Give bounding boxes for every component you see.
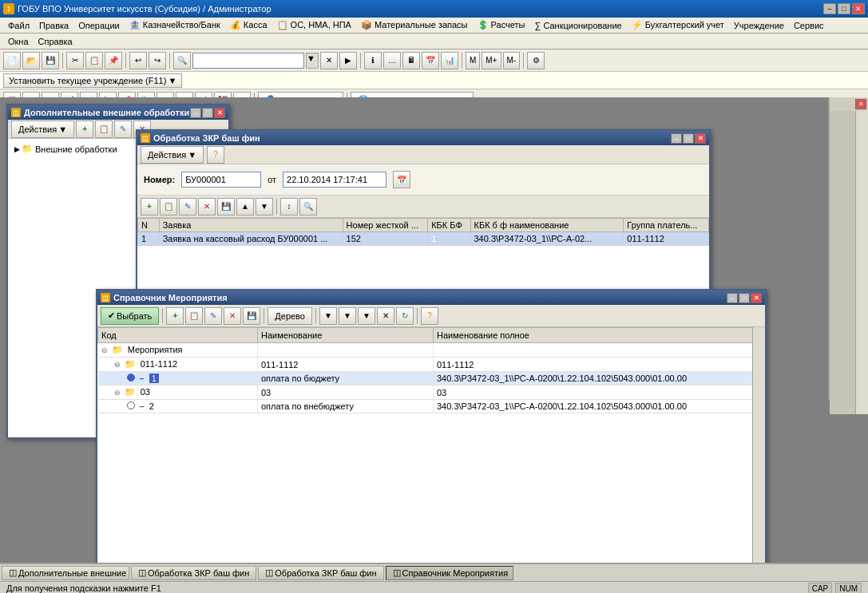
zkr-filter-btn[interactable]: 🔍	[299, 198, 317, 215]
tb-undo[interactable]: ↩	[129, 52, 147, 69]
ref-save-btn[interactable]: 💾	[243, 307, 260, 325]
panel-ext-maximize[interactable]: □	[202, 108, 213, 118]
close-button[interactable]: ✕	[852, 3, 865, 14]
ref-filter1-btn[interactable]: ▼	[319, 307, 337, 325]
zkr-del-btn[interactable]: ✕	[198, 198, 216, 215]
ref-add-btn[interactable]: +	[166, 307, 184, 325]
tb-mplus[interactable]: M+	[482, 52, 501, 69]
nomer-input[interactable]	[181, 172, 261, 188]
search-input[interactable]	[192, 53, 304, 69]
tb-m[interactable]: M	[466, 52, 480, 69]
task-btn-1[interactable]: ◫ Дополнительные внешние ...	[2, 566, 129, 580]
tb-new[interactable]: 📄	[3, 52, 21, 69]
zkr-close[interactable]: ✕	[695, 133, 706, 144]
zkr-maximize[interactable]: □	[683, 133, 694, 144]
edit-button[interactable]: ✎	[114, 121, 132, 138]
ref-minimize[interactable]: –	[727, 293, 738, 303]
table-row[interactable]: 1 Заявка на кассовый расход БУ000001 ...…	[138, 232, 709, 246]
zkr-down-btn[interactable]: ▼	[256, 198, 273, 215]
window-controls[interactable]: – □ ✕	[823, 3, 865, 14]
task-btn-4[interactable]: ◫ Справочник Мероприятия	[386, 566, 513, 580]
tb-cut[interactable]: ✂	[66, 52, 84, 69]
cell-kbk: 1	[428, 232, 470, 246]
menu-treasury[interactable]: 🏦 Казначейство/Банк	[125, 18, 225, 32]
tb-copy[interactable]: 📋	[85, 52, 103, 69]
menu-os[interactable]: 📋 ОС, НМА, НПА	[272, 18, 356, 32]
tb-go[interactable]: ▶	[339, 52, 357, 69]
menu-operations[interactable]: Операции	[73, 19, 124, 32]
zkr-up-btn[interactable]: ▲	[236, 198, 254, 215]
menu-material[interactable]: 📦 Материальные запасы	[356, 18, 473, 32]
minimize-button[interactable]: –	[823, 3, 836, 14]
tb-ellipsis[interactable]: …	[383, 52, 401, 69]
ref-maximize[interactable]: □	[739, 293, 750, 303]
menu-kassa[interactable]: 💰 Касса	[225, 18, 272, 32]
search-dropdown[interactable]: ▼	[306, 53, 319, 69]
zkr-actions-btn[interactable]: Действия ▼	[141, 146, 204, 164]
tb-chart[interactable]: 📊	[441, 52, 458, 69]
tb-redo[interactable]: ↪	[149, 52, 166, 69]
zkr-edit-btn[interactable]: ✎	[179, 198, 196, 215]
menu-edit[interactable]: Правка	[34, 19, 73, 32]
ref-table: Код Наименование Наименование полное ⊖ 📁…	[97, 327, 765, 413]
table-row[interactable]: – 1 оплата по бюджету 340.3\Р3472-03_1\\…	[98, 372, 765, 385]
ref-del-btn[interactable]: ✕	[224, 307, 241, 325]
scrollbar-v[interactable]	[752, 327, 765, 593]
ref-help-btn[interactable]: ?	[421, 307, 438, 325]
task-btn-2[interactable]: ◫ Обработка ЗКР баш фин	[131, 566, 256, 580]
task-btn-3[interactable]: ◫ Обработка ЗКР баш фин	[258, 566, 383, 580]
maximize-button[interactable]: □	[838, 3, 850, 14]
right-panel-close[interactable]: ✕	[855, 99, 866, 109]
menu-raschety[interactable]: 💲 Расчеты	[473, 18, 530, 32]
tb-search[interactable]: 🔍	[173, 52, 191, 69]
zkr-add-btn[interactable]: +	[141, 198, 158, 215]
menu-file[interactable]: Файл	[3, 19, 34, 32]
zkr-help-btn[interactable]: ?	[207, 146, 224, 164]
vybrat-button[interactable]: ✔ Выбрать	[101, 307, 159, 325]
ref-x-btn[interactable]: ✕	[377, 307, 394, 325]
ref-filter3-btn[interactable]: ▼	[358, 307, 375, 325]
menu-help[interactable]: Справка	[34, 35, 77, 48]
add-button[interactable]: +	[76, 121, 93, 138]
date-input[interactable]	[283, 172, 386, 188]
panel-ext-close[interactable]: ✕	[214, 108, 225, 118]
tb-x[interactable]: ✕	[320, 52, 338, 69]
tb-paste[interactable]: 📌	[105, 52, 122, 69]
zkr-sort-btn[interactable]: ↕	[280, 198, 298, 215]
ref-edit-btn[interactable]: ✎	[204, 307, 222, 325]
ref-refresh-btn[interactable]: ↻	[396, 307, 414, 325]
tb-settings[interactable]: ⚙	[527, 52, 545, 69]
right-scrollbar[interactable]	[855, 111, 868, 414]
ref-cell-code: – 1	[98, 372, 258, 385]
panel-zkr-titlebar: ◫ Обработка ЗКР баш фин – □ ✕	[137, 131, 709, 145]
copy-button[interactable]: 📋	[95, 121, 113, 138]
zkr-save-btn[interactable]: 💾	[217, 198, 235, 215]
panel-ext-minimize[interactable]: –	[190, 108, 201, 118]
derevo-btn[interactable]: Дерево	[268, 307, 312, 325]
menu-uchrezh[interactable]: Учреждение	[729, 19, 789, 32]
tb-open[interactable]: 📂	[22, 52, 40, 69]
menu-sankcio[interactable]: ∑ Санкционирование	[530, 19, 627, 32]
tb-calc[interactable]: 🖩	[402, 52, 420, 69]
set-establishment-button[interactable]: Установить текущее учреждение (F11) ▼	[3, 73, 182, 88]
tb-mminus[interactable]: M-	[503, 52, 521, 69]
menu-servis[interactable]: Сервис	[789, 19, 829, 32]
ref-filter2-btn[interactable]: ▼	[339, 307, 356, 325]
cell-n: 1	[138, 232, 160, 246]
ref-copy-btn[interactable]: 📋	[185, 307, 203, 325]
table-row[interactable]: ⊖ 📁 Мероприятия	[98, 343, 765, 358]
table-row[interactable]: ⊖ 📁 011-1112 011-1112 011-1112	[98, 358, 765, 372]
ref-close[interactable]: ✕	[751, 293, 762, 303]
table-row[interactable]: ⊖ 📁 03 03 03	[98, 385, 765, 400]
calendar-btn[interactable]: 📅	[393, 171, 410, 188]
tb-cal[interactable]: 📅	[422, 52, 439, 69]
table-row[interactable]: – 2 оплата по внебюджету 340.3\Р3472-03_…	[98, 400, 765, 413]
actions-dropdown[interactable]: Действия ▼	[11, 121, 74, 138]
menu-bar-2: Окна Справка	[0, 34, 868, 49]
menu-buhgalt[interactable]: ⚡ Бухгалтерский учет	[627, 18, 729, 32]
zkr-minimize[interactable]: –	[671, 133, 682, 144]
zkr-copy-btn[interactable]: 📋	[160, 198, 177, 215]
tb-info[interactable]: ℹ	[364, 52, 382, 69]
tb-save[interactable]: 💾	[42, 52, 59, 69]
menu-okna[interactable]: Окна	[3, 35, 34, 48]
